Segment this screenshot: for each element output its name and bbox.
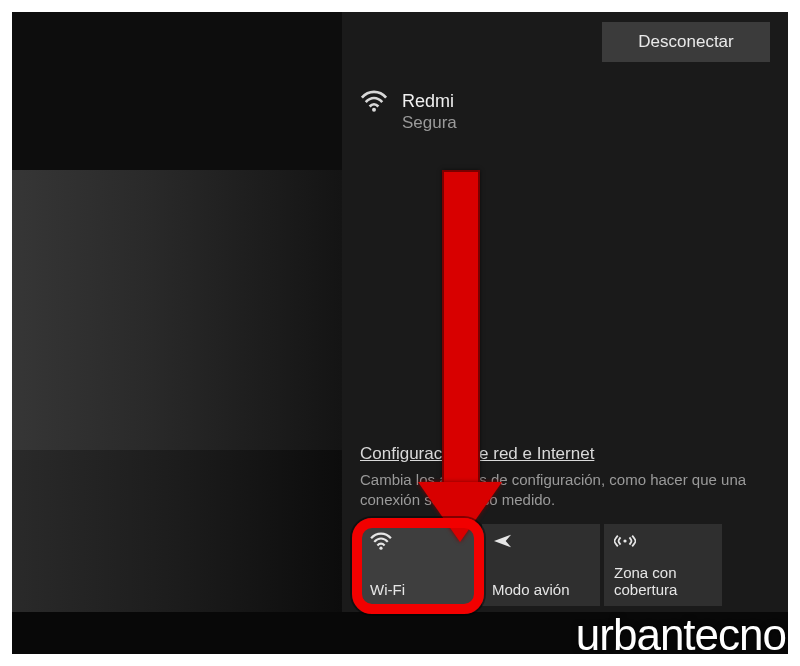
- annotation-arrow-head: [418, 482, 502, 542]
- disconnect-button[interactable]: Desconectar: [602, 22, 770, 62]
- svg-point-0: [372, 108, 376, 112]
- svg-point-1: [379, 547, 382, 550]
- available-network-item[interactable]: Redmi Segura: [360, 90, 457, 134]
- airplane-tile-label: Modo avión: [492, 581, 590, 598]
- hotspot-icon: [614, 532, 712, 550]
- hotspot-tile[interactable]: Zona con cobertura: [604, 524, 722, 606]
- wifi-icon: [360, 90, 388, 116]
- hotspot-tile-label: Zona con cobertura: [614, 564, 712, 598]
- desktop-region-middle: [12, 170, 342, 450]
- desktop-region-bottom: [12, 450, 342, 636]
- annotation-arrow: [442, 170, 480, 494]
- desktop-region-top: [12, 12, 342, 170]
- network-status: Segura: [402, 112, 457, 134]
- network-flyout: Desconectar Redmi Segura Configuración d…: [342, 12, 788, 612]
- watermark-text: urbantecno: [576, 610, 786, 654]
- quick-action-tiles: Wi-Fi Modo avión: [360, 524, 722, 606]
- wifi-tile-label: Wi-Fi: [370, 581, 468, 598]
- network-name: Redmi: [402, 90, 457, 112]
- svg-point-2: [623, 539, 626, 542]
- network-text: Redmi Segura: [402, 90, 457, 134]
- airplane-icon: [492, 532, 590, 550]
